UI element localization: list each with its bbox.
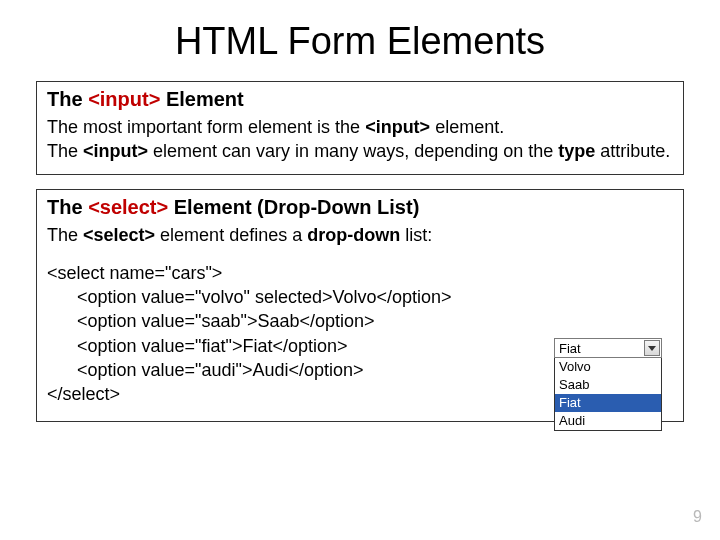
text: The xyxy=(47,141,83,161)
keyword-input: <input> xyxy=(83,141,148,161)
dropdown-list: Volvo Saab Fiat Audi xyxy=(554,358,662,431)
text: Element (Drop-Down List) xyxy=(168,196,419,218)
text: The xyxy=(47,88,88,110)
keyword-dropdown: drop-down xyxy=(307,225,400,245)
text: element can vary in many ways, depending… xyxy=(148,141,558,161)
text: Element xyxy=(160,88,243,110)
dropdown-option-selected[interactable]: Fiat xyxy=(555,394,661,412)
keyword-input: <input> xyxy=(365,117,430,137)
dropdown-option[interactable]: Audi xyxy=(555,412,661,430)
text: The xyxy=(47,196,88,218)
keyword-input: <input> xyxy=(88,88,160,110)
input-heading: The <input> Element xyxy=(47,88,673,111)
slide: HTML Form Elements The <input> Element T… xyxy=(0,0,720,540)
text: The most important form element is the xyxy=(47,117,365,137)
keyword-select: <select> xyxy=(88,196,168,218)
keyword-type: type xyxy=(558,141,595,161)
dropdown-closed[interactable]: Fiat xyxy=(554,338,662,358)
input-element-box: The <input> Element The most important f… xyxy=(36,81,684,175)
input-body: The most important form element is the <… xyxy=(47,115,673,164)
keyword-select: <select> xyxy=(83,225,155,245)
dropdown-selected-value: Fiat xyxy=(559,341,581,356)
slide-title: HTML Form Elements xyxy=(36,20,684,63)
dropdown-illustration: Fiat Volvo Saab Fiat Audi xyxy=(554,338,662,431)
text: list: xyxy=(400,225,432,245)
text: element. xyxy=(430,117,504,137)
select-intro: The <select> element defines a drop-down… xyxy=(47,223,673,247)
dropdown-option[interactable]: Volvo xyxy=(555,358,661,376)
text: attribute. xyxy=(595,141,670,161)
text: element defines a xyxy=(155,225,307,245)
dropdown-option[interactable]: Saab xyxy=(555,376,661,394)
select-heading: The <select> Element (Drop-Down List) xyxy=(47,196,673,219)
text: The xyxy=(47,225,83,245)
chevron-down-icon[interactable] xyxy=(644,340,660,356)
page-number: 9 xyxy=(693,508,702,526)
